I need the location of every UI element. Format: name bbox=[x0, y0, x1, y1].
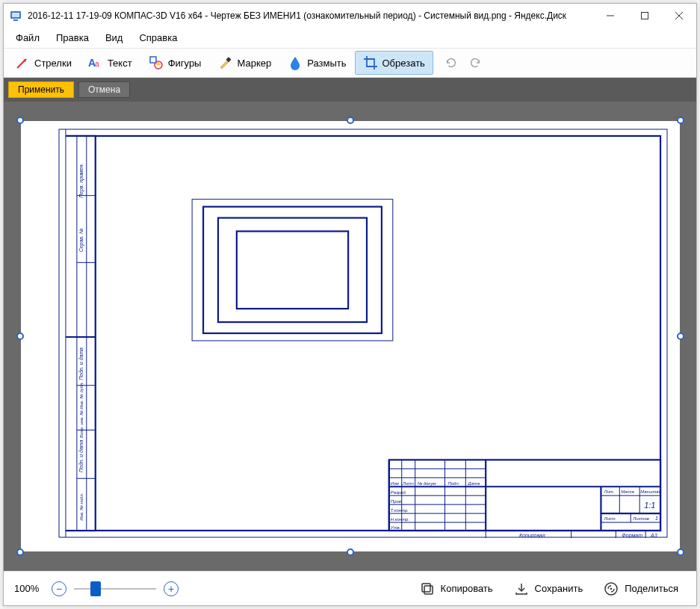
undo-button[interactable] bbox=[439, 52, 463, 74]
marker-icon bbox=[217, 55, 232, 70]
crop-handle-mr[interactable] bbox=[677, 333, 684, 340]
stamp-listov-n: 1 bbox=[655, 516, 658, 521]
download-icon bbox=[514, 581, 529, 596]
tool-blur-label: Размыть bbox=[307, 58, 346, 69]
stamp-utv: Утв. bbox=[389, 525, 400, 530]
stamp-mass: Масса bbox=[621, 489, 634, 494]
side-l3: Подп. и дата bbox=[78, 347, 83, 380]
crop-handle-tm[interactable] bbox=[347, 117, 354, 124]
minimize-button[interactable] bbox=[593, 4, 628, 28]
crop-handle-bl[interactable] bbox=[16, 548, 24, 556]
stamp-masht: Масштаб bbox=[640, 489, 662, 494]
crop-icon bbox=[363, 55, 378, 70]
menu-edit[interactable]: Правка bbox=[49, 29, 96, 46]
apply-button[interactable]: Применить bbox=[8, 81, 74, 98]
crop-handle-br[interactable] bbox=[677, 548, 684, 556]
tool-arrows[interactable]: Стрелки bbox=[7, 51, 80, 75]
tool-text[interactable]: Aa Текст bbox=[80, 51, 140, 75]
svg-text:a: a bbox=[95, 60, 99, 68]
side-l5: Подп. и дата bbox=[78, 439, 83, 472]
zoom-label: 100% bbox=[14, 583, 46, 594]
title-block: Изм Лист № докум. Подп. Дата Разраб. Про… bbox=[388, 460, 661, 531]
arrow-icon bbox=[15, 55, 30, 70]
stamp-format: Формат bbox=[622, 533, 642, 538]
svg-rect-29 bbox=[217, 218, 366, 322]
copy-icon bbox=[420, 581, 435, 596]
crop-handle-bm[interactable] bbox=[347, 548, 354, 556]
svg-rect-2 bbox=[13, 19, 18, 21]
crop-selection[interactable]: Перв. примен. Справ. № Подп. и дата Взам… bbox=[21, 121, 680, 551]
share-label: Поделиться bbox=[625, 583, 678, 594]
titlebar: 2016-12-11 17-19-09 КОМПАС-3D V16 x64 - … bbox=[4, 4, 696, 28]
crop-handle-tl[interactable] bbox=[16, 117, 24, 124]
window-title: 2016-12-11 17-19-09 КОМПАС-3D V16 x64 - … bbox=[28, 10, 593, 21]
svg-rect-59 bbox=[422, 584, 430, 592]
stamp-kopiroval: Копировал bbox=[518, 533, 545, 538]
redo-button[interactable] bbox=[463, 52, 487, 74]
copy-button[interactable]: Копировать bbox=[412, 577, 501, 601]
copy-label: Копировать bbox=[441, 583, 493, 594]
stamp-listov: Листов bbox=[632, 516, 649, 521]
stamp-list: Лист bbox=[401, 481, 413, 486]
text-icon: Aa bbox=[88, 55, 103, 70]
zoom-slider[interactable] bbox=[74, 588, 156, 590]
stamp-scale: 1:1 bbox=[644, 501, 655, 510]
save-button[interactable]: Сохранить bbox=[507, 577, 591, 601]
stamp-listlbl: Лист bbox=[603, 516, 615, 521]
stamp-date: Дата bbox=[467, 481, 480, 486]
tool-figures-label: Фигуры bbox=[168, 58, 202, 69]
stamp-izm: Изм bbox=[390, 481, 398, 486]
app-window: 2016-12-11 17-19-09 КОМПАС-3D V16 x64 - … bbox=[3, 3, 697, 606]
stamp-razrab: Разраб. bbox=[390, 490, 406, 495]
maximize-button[interactable] bbox=[628, 4, 662, 28]
stamp-prov: Пров. bbox=[390, 499, 402, 504]
crop-handle-ml[interactable] bbox=[16, 333, 24, 340]
cad-drawing: Перв. примен. Справ. № Подп. и дата Взам… bbox=[58, 129, 668, 538]
tool-marker-label: Маркер bbox=[237, 58, 271, 69]
svg-rect-11 bbox=[150, 57, 156, 63]
svg-rect-4 bbox=[642, 13, 648, 19]
menubar: Файл Правка Вид Справка bbox=[4, 28, 696, 48]
bottombar: 100% − + Копировать Сохранить Поделиться bbox=[4, 571, 696, 605]
share-icon bbox=[604, 581, 619, 596]
svg-rect-1 bbox=[12, 13, 19, 17]
side-l1: Перв. примен. bbox=[78, 163, 84, 197]
svg-rect-28 bbox=[203, 207, 382, 333]
tool-arrows-label: Стрелки bbox=[34, 58, 72, 69]
side-l2: Справ. № bbox=[78, 228, 84, 252]
svg-point-61 bbox=[610, 587, 612, 589]
tool-figures[interactable]: Фигуры bbox=[140, 51, 210, 75]
stamp-podp: Подп. bbox=[447, 481, 459, 486]
tool-blur[interactable]: Размыть bbox=[279, 51, 354, 75]
menu-help[interactable]: Справка bbox=[131, 29, 185, 46]
tool-crop-label: Обрезать bbox=[382, 58, 425, 69]
svg-rect-30 bbox=[236, 231, 347, 309]
stamp-format-val: A3 bbox=[650, 533, 657, 538]
tool-crop[interactable]: Обрезать bbox=[355, 51, 433, 75]
stamp-tkontr: Т.контр. bbox=[390, 508, 408, 513]
toolbar: Стрелки Aa Текст Фигуры Маркер Размыть bbox=[4, 48, 696, 78]
app-icon bbox=[10, 10, 22, 22]
zoom-in-button[interactable]: + bbox=[164, 581, 179, 596]
crop-action-strip: Применить Отмена bbox=[4, 78, 696, 102]
tool-marker[interactable]: Маркер bbox=[209, 51, 279, 75]
window-controls bbox=[593, 4, 696, 28]
stamp-nkontr: Н.контр. bbox=[390, 517, 409, 522]
drop-icon bbox=[288, 55, 303, 70]
menu-view[interactable]: Вид bbox=[98, 29, 131, 46]
save-label: Сохранить bbox=[535, 583, 583, 594]
crop-handle-tr[interactable] bbox=[677, 117, 684, 124]
stamp-lit: Лит. bbox=[603, 489, 614, 494]
share-button[interactable]: Поделиться bbox=[596, 577, 686, 601]
menu-file[interactable]: Файл bbox=[8, 29, 47, 46]
close-button[interactable] bbox=[662, 4, 696, 28]
tool-text-label: Текст bbox=[108, 58, 132, 69]
side-l6: Инв. № подл. bbox=[78, 493, 83, 521]
svg-rect-58 bbox=[424, 586, 433, 594]
zoom-out-button[interactable]: − bbox=[52, 581, 66, 596]
stamp-ndoc: № докум. bbox=[417, 481, 436, 486]
shapes-icon bbox=[149, 55, 164, 70]
side-l4: Взам. инв. № Инв. № дубл. bbox=[78, 382, 83, 438]
canvas-area[interactable]: Перв. примен. Справ. № Подп. и дата Взам… bbox=[4, 102, 696, 571]
cancel-button[interactable]: Отмена bbox=[78, 81, 130, 98]
